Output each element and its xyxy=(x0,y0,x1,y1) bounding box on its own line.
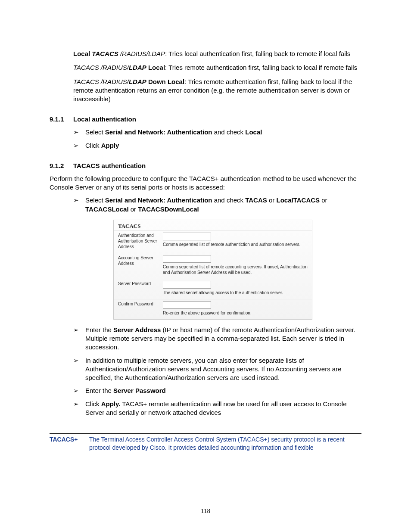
text: Apply. xyxy=(101,400,121,408)
paragraph-remote-local: TACACS /RADIUS/LDAP Local: Tries remote … xyxy=(73,63,361,72)
text: Down Local xyxy=(146,78,184,85)
steps-912a: Select Serial and Network: Authenticatio… xyxy=(73,196,361,214)
help-text: Comma seperated list of remote authentic… xyxy=(163,242,308,247)
server-password-input[interactable] xyxy=(163,281,211,289)
confirm-password-input[interactable] xyxy=(163,301,211,309)
text: : Tries remote authentication first, fal… xyxy=(165,64,357,71)
text: LDAP xyxy=(129,78,146,85)
text: Select xyxy=(85,196,105,204)
field-area: Re-enter the above password for confirma… xyxy=(163,301,308,316)
text: /RADIUS/LDAP xyxy=(120,50,165,57)
document-page: Local TACACS /RADIUS/LDAP: Tries local a… xyxy=(0,0,411,532)
field-area: Comma seperated list of remote accountin… xyxy=(163,255,308,275)
text: or xyxy=(129,205,138,213)
text: Enter the xyxy=(85,326,113,333)
text: TACACS xyxy=(92,50,120,57)
step: Select Serial and Network: Authenticatio… xyxy=(73,196,361,214)
text: Local xyxy=(73,50,92,57)
heading-number: 9.1.1 xyxy=(50,115,73,123)
text: Serial and Network: Authentication xyxy=(105,196,212,204)
heading-912: 9.1.2TACACS authentication xyxy=(50,162,361,169)
text: and check xyxy=(212,128,246,136)
text: Enter the xyxy=(85,387,113,394)
heading-911: 9.1.1Local authentication xyxy=(50,115,361,123)
text: Click xyxy=(85,400,101,408)
page-number: 118 xyxy=(0,507,411,515)
step: Click Apply xyxy=(73,141,361,150)
row-accounting-server: Accounting Server Address Comma seperate… xyxy=(114,253,312,279)
field-label: Authentication and Authorisation Server … xyxy=(118,233,163,249)
text: TACACS /RADIUS/ xyxy=(73,78,129,85)
text: TACAS+ remote authentication will now be… xyxy=(85,400,347,416)
help-text: Re-enter the above password for confirma… xyxy=(163,310,308,316)
help-text: Comma seperated list of remote accountin… xyxy=(163,264,308,275)
text: Serial and Network: Authentication xyxy=(105,128,212,136)
auth-server-input[interactable] xyxy=(163,233,211,240)
text: Select xyxy=(85,128,105,136)
field-label: Server Password xyxy=(118,281,163,296)
text: Local xyxy=(146,64,165,71)
tacacs-note: TACACS+ The Terminal Access Controller A… xyxy=(50,436,361,452)
text: TACACSDownLocal xyxy=(138,205,199,213)
step: Enter the Server Address (IP or host nam… xyxy=(73,326,361,352)
paragraph-down-local: TACACS /RADIUS/LDAP Down Local: Tries re… xyxy=(73,78,361,104)
text: TACACSLocal xyxy=(85,205,129,213)
panel-title: TACACS xyxy=(114,220,312,230)
text: or xyxy=(320,196,327,204)
text: TACAS xyxy=(245,196,267,204)
text: Click xyxy=(85,142,101,149)
field-area: The shared secret allowing access to the… xyxy=(163,281,308,296)
heading-title: Local authentication xyxy=(73,115,136,123)
step: Enter the Server Password xyxy=(73,386,361,395)
text: and check xyxy=(212,196,246,204)
text: : Tries local authentication first, fall… xyxy=(165,50,350,57)
steps-911: Select Serial and Network: Authenticatio… xyxy=(73,128,361,150)
step: Click Apply. TACAS+ remote authenticatio… xyxy=(73,400,361,417)
text: LocalTACACS xyxy=(276,196,320,204)
text: or xyxy=(267,196,277,204)
step: In addition to multiple remote servers, … xyxy=(73,356,361,383)
row-auth-server: Authentication and Authorisation Server … xyxy=(114,230,312,253)
text: TACACS /RADIUS/ xyxy=(73,64,129,71)
text: Server Password xyxy=(113,387,166,394)
field-area: Comma seperated list of remote authentic… xyxy=(163,233,308,249)
row-server-password: Server Password The shared secret allowi… xyxy=(114,279,312,299)
help-text: The shared secret allowing access to the… xyxy=(163,290,308,296)
text: LDAP xyxy=(129,64,146,71)
step: Select Serial and Network: Authenticatio… xyxy=(73,128,361,137)
field-label: Accounting Server Address xyxy=(118,255,163,275)
paragraph-912-intro: Perform the following procedure to confi… xyxy=(50,174,361,192)
tacacs-config-panel: TACACS Authentication and Authorisation … xyxy=(113,220,312,320)
heading-title: TACACS authentication xyxy=(73,162,146,169)
row-confirm-password: Confirm Password Re-enter the above pass… xyxy=(114,299,312,319)
divider xyxy=(50,433,361,434)
steps-912b: Enter the Server Address (IP or host nam… xyxy=(73,326,361,417)
note-body: The Terminal Access Controller Access Co… xyxy=(89,436,356,452)
field-label: Confirm Password xyxy=(118,301,163,316)
text: Server Address xyxy=(113,326,161,333)
note-term: TACACS+ xyxy=(50,436,87,444)
accounting-server-input[interactable] xyxy=(163,255,211,263)
paragraph-local-first: Local TACACS /RADIUS/LDAP: Tries local a… xyxy=(73,50,361,58)
heading-number: 9.1.2 xyxy=(50,162,73,169)
text: Apply xyxy=(101,142,119,149)
text: Local xyxy=(245,128,262,136)
